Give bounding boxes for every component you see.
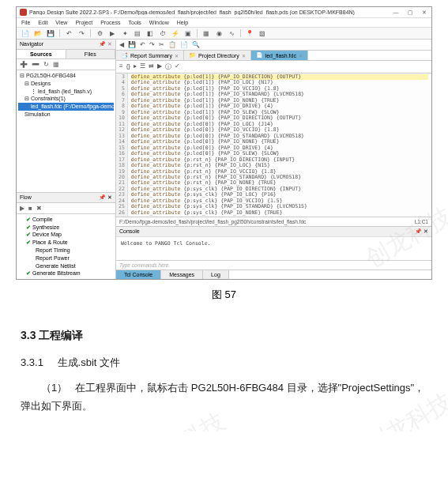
list-icon[interactable]: ☰ (140, 62, 145, 71)
document-body: 3.3 工程编译 3.3.1 生成.sbit 文件 （1）在工程界面中，鼠标右击… (21, 326, 427, 415)
flow-item[interactable]: Generate Netlist (18, 262, 114, 270)
pin-icon[interactable]: 📍 (246, 29, 254, 37)
redo-icon[interactable]: ↷ (77, 29, 85, 37)
h-icon[interactable]: ⇄ (149, 62, 154, 71)
close-tab-icon[interactable]: ✕ (299, 53, 303, 58)
timing-icon[interactable]: ⏱ (159, 29, 167, 37)
tab-led-flash-fdc[interactable]: 📄 led_flash.fdc ✕ (251, 51, 308, 60)
flow-panel: Flow 📌 ✕ ▶ ■ ✖ ✔Compile✔Synthesize✔Devic… (17, 192, 115, 279)
remove-icon[interactable]: ➖ (32, 61, 40, 68)
tab-files[interactable]: Files (66, 50, 116, 58)
cells-icon[interactable]: ▧ (258, 29, 266, 37)
new-icon[interactable]: 📄 (21, 29, 29, 37)
stop-icon[interactable]: ■ (28, 205, 32, 212)
tab-tcl-console[interactable]: Tcl Console (116, 270, 161, 279)
copy-icon[interactable]: 📋 (168, 41, 176, 48)
ide-window: Pango Design Suite 2022.2-SP3 - F:/Demo/… (16, 6, 432, 280)
tab-sources[interactable]: Sources (17, 50, 66, 58)
tab-project-directory[interactable]: 📁 Project Directory ✕ (184, 51, 251, 60)
editor-toolbar: ◀ 💾 ↶ ↷ ✂ 📋 📄 🔍 (116, 40, 431, 51)
menu-view[interactable]: View (55, 20, 67, 25)
flow-item[interactable]: ✔Generate Bitstream (18, 270, 114, 277)
cut-icon[interactable]: ✂ (159, 41, 164, 48)
pin-icon[interactable]: 📌 ✕ (415, 228, 428, 235)
console-header: Console 📌 ✕ (116, 226, 431, 236)
left-pane: Navigator 📌 ✕ Sources Files ➕ ➖ ↻ ▦ ⊟ PG… (17, 40, 116, 279)
maximize-button[interactable]: ▢ (406, 9, 414, 16)
refresh-icon[interactable]: ↻ (43, 61, 49, 68)
syn-icon[interactable]: ✦ (121, 29, 129, 37)
run-icon[interactable]: ▶ (20, 205, 24, 212)
tree-item[interactable]: ⊟ PG2L50H-6FBG484 (18, 72, 114, 80)
menu-edit[interactable]: Edit (38, 20, 47, 25)
report-icon: 📑 (121, 52, 128, 58)
next-icon[interactable]: ▸ (134, 62, 137, 71)
check-icon: ✔ (26, 224, 31, 230)
back-icon[interactable]: ◀ (119, 41, 124, 48)
tree-item[interactable]: ⊟ Designs (18, 80, 114, 88)
menu-process[interactable]: Process (100, 20, 120, 25)
close-tab-icon[interactable]: ✕ (242, 53, 246, 58)
navigator-toolbar: ➕ ➖ ↻ ▦ (17, 59, 115, 70)
flow-item[interactable]: ✔Compile (18, 216, 114, 224)
ed-redo-icon[interactable]: ↷ (149, 41, 155, 48)
command-input[interactable]: Type commands here. (116, 260, 431, 270)
expand-icon[interactable]: ▦ (53, 61, 59, 68)
menu-window[interactable]: Window (149, 20, 169, 25)
flow-item[interactable]: ✔Place & Route (18, 239, 114, 247)
tree-item[interactable]: ⋮ led_flash (led_flash.v) (18, 88, 114, 96)
cog-icon[interactable]: ⚙ (96, 29, 104, 37)
path-bar: F:/Demo/fpga-demos/led_flash/project/led… (116, 217, 431, 226)
close-tab-icon[interactable]: ✕ (175, 53, 179, 58)
view-icon[interactable]: ◉ (215, 29, 223, 37)
flow-item[interactable]: ✔Synthesize (18, 224, 114, 232)
navigator-title: Navigator (20, 41, 43, 47)
sim-icon[interactable]: ▶ (108, 29, 116, 37)
save-icon[interactable]: 💾 (128, 41, 136, 48)
flow-item[interactable]: Report Power (18, 254, 114, 262)
tab-log[interactable]: Log (203, 270, 229, 279)
clean-icon[interactable]: ✖ (36, 205, 42, 212)
ed-undo-icon[interactable]: ↶ (140, 41, 145, 48)
navigator-header: Navigator 📌 ✕ (17, 40, 115, 50)
tree-item[interactable]: led_flash.fdc (F:/Demo/fpga-demo (18, 103, 114, 111)
tree-item[interactable]: Simulation (18, 111, 114, 119)
tree-item[interactable]: ⊟ Constraints(1) (18, 95, 114, 103)
open-icon[interactable]: 📂 (34, 29, 42, 37)
check-icon: ✔ (26, 239, 31, 245)
bit-icon[interactable]: ▣ (184, 29, 192, 37)
paragraph: （1）在工程界面中，鼠标右击 PG2L50H-6FBG484 目录，选择"Pro… (21, 379, 427, 416)
pin-icon[interactable]: 📌 ✕ (99, 194, 112, 201)
pin-icon[interactable]: 📌 ✕ (99, 41, 112, 47)
scope-icon[interactable]: ∿ (228, 29, 235, 37)
main-toolbar: 📄 📂 💾 ↶ ↷ ⚙ ▶ ✦ ▤ ◧ ⏱ ⚡ ▣ ▦ ◉ ∿ 📍 ▧ (17, 28, 431, 40)
flow-item[interactable]: ✔Device Map (18, 231, 114, 239)
chip-icon[interactable]: ▦ (202, 29, 210, 37)
script-icon[interactable]: ≡ (119, 62, 123, 71)
menu-project[interactable]: Project (75, 20, 92, 25)
cursor-pos: L1:C1 (415, 219, 428, 224)
save-icon[interactable]: 💾 (47, 29, 55, 37)
play-icon[interactable]: ▶ (157, 62, 162, 71)
menu-help[interactable]: Help (177, 20, 188, 25)
info-icon[interactable]: ⓘ (165, 62, 171, 71)
undo-icon[interactable]: ↶ (65, 29, 73, 37)
paste-icon[interactable]: 📄 (180, 41, 188, 48)
brackets-icon[interactable]: {} (126, 62, 130, 71)
check-icon[interactable]: ✓ (175, 62, 180, 71)
menu-file[interactable]: File (21, 20, 30, 25)
map-icon[interactable]: ▤ (134, 29, 141, 37)
add-icon[interactable]: ➕ (20, 61, 28, 68)
power-icon[interactable]: ⚡ (171, 29, 179, 37)
flow-item[interactable]: Report Timing (18, 247, 114, 254)
pnr-icon[interactable]: ◧ (146, 29, 154, 37)
search-icon[interactable]: 🔍 (192, 41, 200, 48)
menu-tools[interactable]: Tools (128, 20, 141, 25)
console-output: Welcome to PANGO Tcl Console. (116, 236, 431, 260)
code-editor[interactable]: 3456789101112131415161718192021222324252… (116, 74, 431, 217)
close-button[interactable]: ✕ (420, 9, 428, 16)
section-number: 3.3.1 (21, 356, 43, 368)
minimize-button[interactable]: — (392, 9, 400, 16)
tab-report-summary[interactable]: 📑 Report Summary ✕ (116, 51, 184, 60)
tab-messages[interactable]: Messages (161, 270, 203, 279)
